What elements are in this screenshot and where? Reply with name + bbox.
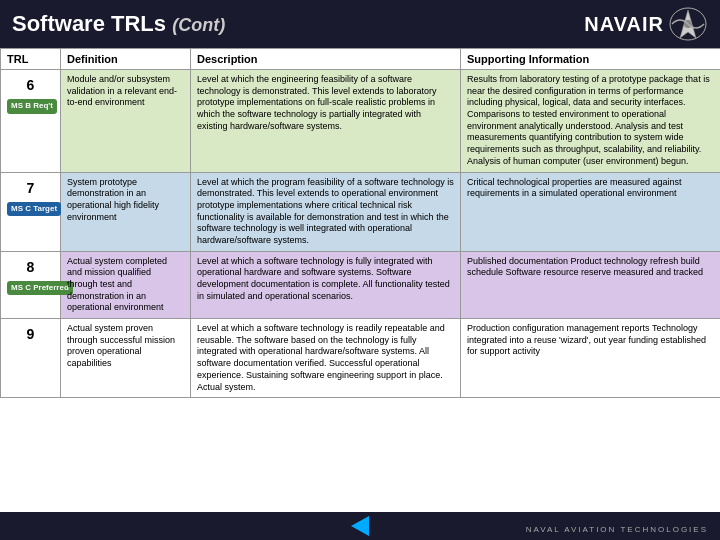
page-header: Software TRLs (Cont) NAVAIR: [0, 0, 720, 48]
trl-definition: Actual system completed and mission qual…: [61, 251, 191, 318]
trl-badge: MS C Preferred: [7, 281, 73, 295]
trl-description: Level at which a software technology is …: [191, 319, 461, 398]
trl-description: Level at which a software technology is …: [191, 251, 461, 318]
trl-badge: MS C Target: [7, 202, 61, 216]
col-header-trl: TRL: [1, 49, 61, 70]
navair-logo: NAVAIR: [584, 6, 708, 42]
trl-number-6: 6MS B Req't: [1, 70, 61, 173]
trl-supporting-info: Published documentation Product technolo…: [461, 251, 721, 318]
col-header-description: Description: [191, 49, 461, 70]
col-header-definition: Definition: [61, 49, 191, 70]
trl-badge: MS B Req't: [7, 99, 57, 113]
trl-supporting-info: Production configuration management repo…: [461, 319, 721, 398]
trl-definition: Module and/or subsystem validation in a …: [61, 70, 191, 173]
col-header-supporting: Supporting Information: [461, 49, 721, 70]
trl-table: TRL Definition Description Supporting In…: [0, 48, 720, 398]
table-row: 7MS C TargetSystem prototype demonstrati…: [1, 172, 721, 251]
title-text: Software TRLs (Cont): [12, 11, 225, 36]
footer-logo-text: NAVAL AVIATION TECHNOLOGIES: [526, 525, 708, 534]
main-table-container: TRL Definition Description Supporting In…: [0, 48, 720, 512]
trl-description: Level at which the engineering feasibili…: [191, 70, 461, 173]
table-header-row: TRL Definition Description Supporting In…: [1, 49, 721, 70]
table-row: 8MS C PreferredActual system completed a…: [1, 251, 721, 318]
table-row: 6MS B Req'tModule and/or subsystem valid…: [1, 70, 721, 173]
page-title: Software TRLs (Cont): [12, 11, 225, 37]
trl-number-7: 7MS C Target: [1, 172, 61, 251]
navair-emblem-icon: [668, 6, 708, 42]
trl-supporting-info: Critical technological properties are me…: [461, 172, 721, 251]
trl-number-8: 8MS C Preferred: [1, 251, 61, 318]
trl-description: Level at which the program feasibility o…: [191, 172, 461, 251]
navair-text: NAVAIR: [584, 13, 664, 36]
trl-definition: System prototype demonstration in an ope…: [61, 172, 191, 251]
page-footer: NAVAL AVIATION TECHNOLOGIES: [0, 512, 720, 540]
trl-definition: Actual system proven through successful …: [61, 319, 191, 398]
trl-number-9: 9: [1, 319, 61, 398]
nav-back-button[interactable]: [351, 516, 369, 536]
trl-supporting-info: Results from laboratory testing of a pro…: [461, 70, 721, 173]
table-row: 9Actual system proven through successful…: [1, 319, 721, 398]
